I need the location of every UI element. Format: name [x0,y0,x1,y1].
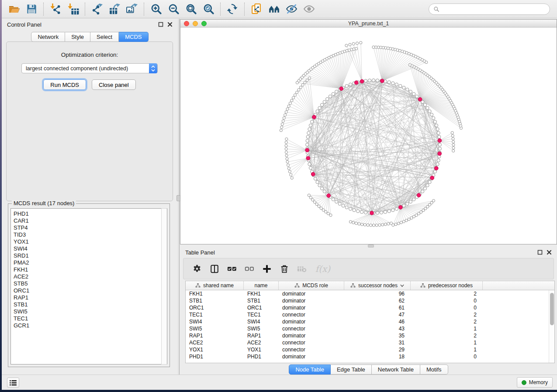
task-history-button[interactable] [7,378,19,388]
import-network-button[interactable] [47,1,64,17]
mcds-result-node[interactable]: YOX1 [14,238,167,245]
run-mcds-button[interactable]: Run MCDS [43,79,86,90]
table-row[interactable]: PHD1PHD1dominator180 [186,353,554,360]
open-file-button[interactable] [5,1,23,17]
mcds-result-node[interactable]: STP4 [14,224,167,231]
mcds-result-node[interactable]: SRD1 [14,252,167,259]
import-table-button[interactable] [64,1,82,17]
float-panel-icon[interactable] [158,22,163,27]
control-panel-tabs: NetworkStyleSelectMCDS [2,32,178,42]
hide-selected-button[interactable] [283,1,300,17]
table-row[interactable]: SWI5SWI5connector431 [186,325,554,332]
column-header-MCDS-role[interactable]: MCDS role [279,281,344,290]
column-header-shared-name[interactable]: shared name [186,281,244,290]
mcds-result-node[interactable]: RAP1 [14,294,167,301]
tab-motifs[interactable]: Motifs [420,364,448,375]
zoom-in-button[interactable] [147,1,165,17]
mcds-result-node[interactable]: STB1 [14,301,167,308]
mcds-result-node[interactable]: ORC1 [14,287,167,294]
close-panel-icon[interactable] [167,22,173,27]
cell-predecessor-nodes: 0 [411,353,483,360]
mcds-result-node[interactable]: CAR1 [14,217,167,224]
vertical-splitter[interactable] [178,19,180,375]
cell-name: STB1 [244,297,279,304]
zoom-fit-button[interactable] [182,1,200,17]
tab-network[interactable]: Network [31,32,65,42]
cell-shared-name: SWI4 [186,318,244,325]
horizontal-splitter-grip[interactable] [368,244,374,248]
column-header-predecessor-nodes[interactable]: predecessor nodes [411,281,483,290]
optimization-criterion-select[interactable]: largest connected component (undirected) [21,63,158,73]
mcds-result-node[interactable]: STB5 [14,280,167,287]
table-row[interactable]: FKH1FKH1dominator962 [186,290,554,297]
export-image-button[interactable] [123,1,141,17]
neighbors-icon [268,3,280,15]
table-row[interactable]: SWI4SWI4dominator462 [186,318,554,325]
close-table-panel-icon[interactable] [547,250,552,255]
table-row[interactable]: STB1STB1dominator620 [186,297,554,304]
cell-MCDS-role: dominator [279,290,344,297]
mcds-result-node[interactable]: TID3 [14,231,167,238]
cell-name: PHD1 [244,353,279,360]
memory-status-icon [522,380,526,385]
toolbar-separator [220,3,221,16]
network-titlebar[interactable]: YPA_prune.txt_1 [180,20,557,28]
table-row[interactable]: RAP1RAP1dominator352 [186,332,554,339]
cell-MCDS-role: dominator [279,297,344,304]
zoom-out-button[interactable] [165,1,182,17]
select-all-rows-button[interactable] [225,261,239,276]
column-header-name[interactable]: name [244,281,279,290]
network-from-selection-button[interactable] [248,1,265,17]
table-row[interactable]: ORC1ORC1dominator610 [186,304,554,311]
cell-shared-name: PHD1 [186,353,244,360]
first-neighbors-button[interactable] [265,1,283,17]
cell-name: ORC1 [244,304,279,311]
table-row[interactable]: YOX1YOX1connector291 [186,346,554,353]
search-box [429,3,550,15]
mcds-list-scrollbar[interactable] [161,208,167,364]
scrollbar-thumb[interactable] [550,293,554,325]
mcds-result-node[interactable]: PMA2 [14,259,167,266]
table-row[interactable]: ACE2ACE2connector311 [186,339,554,346]
cell-successor-nodes: 31 [344,339,411,346]
zoom-selected-button[interactable] [200,1,217,17]
close-panel-button[interactable]: Close panel [92,79,136,90]
cell-shared-name: ORC1 [186,304,244,311]
memory-button[interactable]: Memory [517,377,553,388]
tab-node-table[interactable]: Node Table [289,364,331,375]
toolbar-button-group [5,1,318,17]
export-network-button[interactable] [88,1,106,17]
deselect-all-rows-button[interactable] [243,261,256,276]
tab-edge-table[interactable]: Edge Table [331,364,372,375]
table-settings-button[interactable] [190,261,204,276]
tab-mcds[interactable]: MCDS [119,32,148,42]
show-columns-button[interactable] [208,261,221,276]
cell-successor-nodes: 18 [344,353,411,360]
zoom-selected-icon [203,3,214,15]
mcds-result-list[interactable]: PHD1CAR1STP4TID3YOX1SWI4SRD1PMA2FKH1ACE2… [10,208,167,364]
search-input[interactable] [442,6,545,13]
table-row[interactable]: TEC1TEC1connector472 [186,311,554,318]
show-all-button[interactable] [300,1,318,17]
apply-layout-button[interactable] [224,1,241,17]
tab-style[interactable]: Style [65,32,90,42]
tab-network-table[interactable]: Network Table [372,364,420,375]
mcds-result-node[interactable]: PHD1 [14,210,167,217]
delete-column-button[interactable] [278,261,291,276]
mcds-result-node[interactable]: SWI4 [14,245,167,252]
mcds-result-node[interactable]: SWI5 [14,308,167,315]
cell-shared-name: RAP1 [186,332,244,339]
add-column-button[interactable] [260,261,273,276]
mcds-result-node[interactable]: ACE2 [14,273,167,280]
float-table-panel-icon[interactable] [537,250,543,255]
mcds-result-node[interactable]: TEC1 [14,315,167,322]
cell-MCDS-role: dominator [279,353,344,360]
column-header-successor-nodes[interactable]: successor nodes [344,281,411,290]
table-scrollbar[interactable] [549,290,554,363]
tab-select[interactable]: Select [90,32,119,42]
mcds-result-node[interactable]: GCR1 [14,322,167,329]
save-session-button[interactable] [23,1,40,17]
network-canvas[interactable] [180,28,557,244]
mcds-result-node[interactable]: FKH1 [14,266,167,273]
export-table-button[interactable] [106,1,123,17]
